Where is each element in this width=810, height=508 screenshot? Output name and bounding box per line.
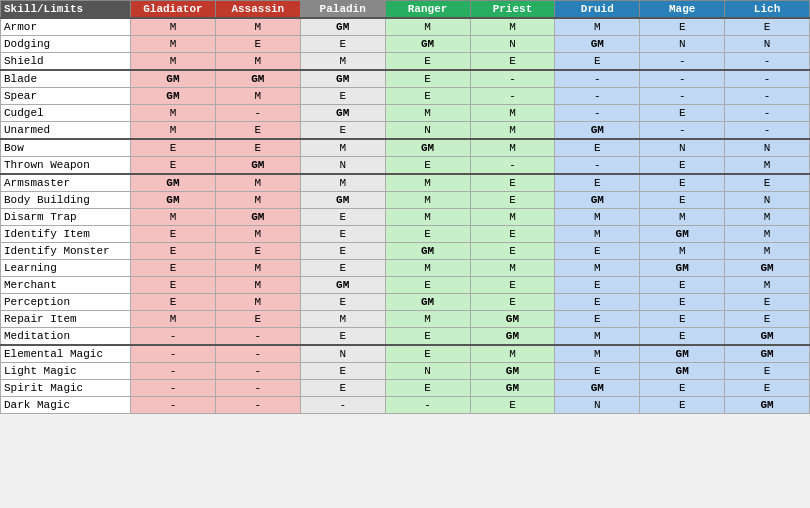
cell-paladin: GM (300, 70, 385, 88)
header-assassin: Assassin (215, 1, 300, 19)
cell-gladiator: - (131, 345, 216, 363)
cell-paladin: GM (300, 105, 385, 122)
cell-gladiator: GM (131, 174, 216, 192)
cell-lich: E (725, 18, 810, 36)
cell-priest: M (470, 139, 555, 157)
skill-label: Identify Item (1, 226, 131, 243)
cell-gladiator: - (131, 397, 216, 414)
cell-assassin: M (215, 18, 300, 36)
cell-priest: E (470, 277, 555, 294)
cell-druid: E (555, 243, 640, 260)
cell-priest: E (470, 192, 555, 209)
cell-priest: GM (470, 363, 555, 380)
cell-gladiator: M (131, 105, 216, 122)
cell-assassin: E (215, 139, 300, 157)
table-row: ArmsmasterGMMMMEEEE (1, 174, 810, 192)
table-row: Thrown WeaponEGMNE--EM (1, 157, 810, 175)
cell-druid: E (555, 139, 640, 157)
cell-priest: E (470, 294, 555, 311)
cell-mage: - (640, 53, 725, 71)
table-row: Dark Magic----ENEGM (1, 397, 810, 414)
cell-paladin: E (300, 36, 385, 53)
cell-lich: - (725, 105, 810, 122)
skill-label: Bow (1, 139, 131, 157)
table-row: PerceptionEMEGMEEEE (1, 294, 810, 311)
header-priest: Priest (470, 1, 555, 19)
cell-mage: N (640, 139, 725, 157)
cell-lich: GM (725, 328, 810, 346)
cell-paladin: GM (300, 192, 385, 209)
cell-ranger: E (385, 380, 470, 397)
cell-ranger: N (385, 122, 470, 140)
cell-druid: E (555, 53, 640, 71)
cell-druid: M (555, 18, 640, 36)
cell-druid: E (555, 294, 640, 311)
skill-label: Repair Item (1, 311, 131, 328)
cell-paladin: E (300, 122, 385, 140)
table-row: ArmorMMGMMMMEE (1, 18, 810, 36)
cell-ranger: E (385, 226, 470, 243)
cell-lich: E (725, 174, 810, 192)
header-ranger: Ranger (385, 1, 470, 19)
cell-druid: M (555, 345, 640, 363)
cell-assassin: M (215, 53, 300, 71)
cell-gladiator: M (131, 36, 216, 53)
cell-lich: M (725, 226, 810, 243)
cell-assassin: - (215, 105, 300, 122)
cell-ranger: GM (385, 243, 470, 260)
cell-gladiator: M (131, 53, 216, 71)
cell-lich: M (725, 157, 810, 175)
cell-lich: GM (725, 345, 810, 363)
cell-druid: - (555, 70, 640, 88)
cell-ranger: GM (385, 294, 470, 311)
cell-mage: E (640, 174, 725, 192)
cell-priest: N (470, 36, 555, 53)
cell-mage: GM (640, 260, 725, 277)
cell-gladiator: E (131, 139, 216, 157)
cell-druid: M (555, 209, 640, 226)
cell-paladin: N (300, 157, 385, 175)
cell-mage: E (640, 192, 725, 209)
cell-ranger: E (385, 70, 470, 88)
skill-label: Blade (1, 70, 131, 88)
skill-label: Armsmaster (1, 174, 131, 192)
cell-ranger: GM (385, 36, 470, 53)
cell-mage: E (640, 311, 725, 328)
cell-lich: E (725, 363, 810, 380)
cell-gladiator: E (131, 226, 216, 243)
cell-assassin: M (215, 294, 300, 311)
cell-ranger: GM (385, 139, 470, 157)
cell-ranger: E (385, 157, 470, 175)
cell-mage: M (640, 209, 725, 226)
cell-gladiator: - (131, 363, 216, 380)
cell-mage: - (640, 88, 725, 105)
cell-priest: M (470, 260, 555, 277)
cell-mage: E (640, 294, 725, 311)
cell-mage: E (640, 397, 725, 414)
cell-gladiator: E (131, 157, 216, 175)
header-mage: Mage (640, 1, 725, 19)
table-row: SpearGMMEE---- (1, 88, 810, 105)
skill-label: Merchant (1, 277, 131, 294)
cell-ranger: M (385, 174, 470, 192)
cell-lich: M (725, 277, 810, 294)
cell-druid: - (555, 105, 640, 122)
cell-assassin: - (215, 328, 300, 346)
cell-priest: M (470, 105, 555, 122)
cell-druid: E (555, 174, 640, 192)
cell-paladin: E (300, 243, 385, 260)
cell-mage: - (640, 70, 725, 88)
table-row: LearningEMEMMMGMGM (1, 260, 810, 277)
cell-assassin: - (215, 397, 300, 414)
cell-lich: E (725, 294, 810, 311)
cell-assassin: GM (215, 157, 300, 175)
table-header: Skill/LimitsGladiatorAssassinPaladinRang… (1, 1, 810, 19)
cell-gladiator: - (131, 328, 216, 346)
cell-paladin: M (300, 53, 385, 71)
cell-ranger: N (385, 363, 470, 380)
skill-label: Body Building (1, 192, 131, 209)
cell-priest: E (470, 174, 555, 192)
skill-label: Thrown Weapon (1, 157, 131, 175)
table-row: Light Magic--ENGMEGME (1, 363, 810, 380)
cell-lich: GM (725, 397, 810, 414)
